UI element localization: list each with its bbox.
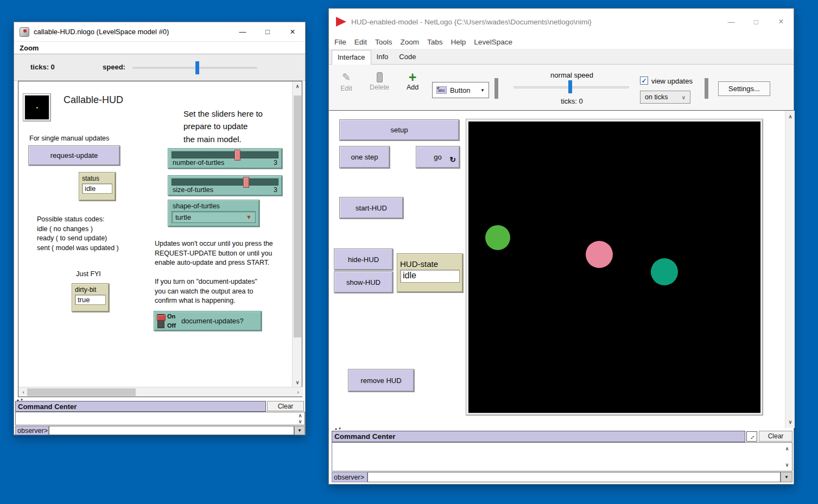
lw-horizontal-scrollbar[interactable]: ‹ › [18, 387, 303, 397]
go-button-label: go [434, 153, 441, 161]
rw-clear-button[interactable]: Clear [759, 431, 792, 442]
scroll-left-icon[interactable]: ‹ [20, 387, 27, 397]
scroll-up-icon[interactable]: ∧ [784, 446, 790, 451]
desktop: { "colors": { "desktop": "#0063B1", "acc… [0, 0, 818, 504]
switch-knob[interactable] [157, 315, 166, 321]
netlogo-logo-icon [336, 17, 346, 27]
expand-command-center-icon[interactable]: ↔ [746, 431, 757, 442]
scroll-down-icon[interactable]: ∨ [293, 379, 302, 386]
note-set-sliders: Set the sliders here to prepare to updat… [183, 107, 263, 145]
toolbar-separator [494, 78, 498, 99]
rw-vertical-scrollbar[interactable]: ∧ ∨ [785, 111, 795, 428]
switch-on-label: On [167, 314, 176, 320]
rw-tabstrip: Interface Info Code [329, 49, 794, 65]
note-status-codes: Possible status codes: idle ( no changes… [37, 215, 119, 253]
lw-speed-slider-handle[interactable] [195, 61, 199, 74]
note-updates-wont-occur: Updates won't occur until you press the … [155, 239, 273, 268]
number-of-turtles-handle[interactable] [234, 150, 240, 161]
pencil-icon: ✎ [342, 71, 351, 84]
speed-caption: normal speed [546, 71, 598, 79]
update-mode-dropdown[interactable]: on ticks ∨ [640, 91, 690, 104]
edit-tool[interactable]: ✎ Edit [335, 71, 357, 92]
rw-splitter-handle[interactable]: ▲▼ [334, 427, 342, 430]
mini-world-view [23, 93, 51, 122]
number-of-turtles-slider[interactable]: number-of-turtles 3 [168, 148, 282, 169]
remove-hud-button[interactable]: remove HUD [348, 369, 414, 392]
size-of-turtles-track[interactable] [172, 178, 278, 186]
rw-history-dropdown-icon[interactable]: ▼ [781, 472, 792, 482]
menu-zoom[interactable]: Zoom [20, 44, 39, 52]
mini-turtle-dot [36, 107, 38, 109]
lw-command-input[interactable] [49, 426, 294, 435]
shape-of-turtles-value: turtle [175, 213, 191, 221]
request-update-button[interactable]: request-update [28, 145, 120, 165]
start-hud-button[interactable]: start-HUD [339, 197, 403, 219]
menu-zoom[interactable]: Zoom [401, 38, 420, 46]
setup-button[interactable]: setup [339, 119, 459, 141]
lw-clear-button[interactable]: Clear [267, 401, 304, 411]
scroll-up-icon[interactable]: ∧ [785, 113, 795, 120]
lw-command-output[interactable]: ∧ ∨ [15, 412, 305, 425]
menu-help[interactable]: Help [451, 38, 466, 46]
number-of-turtles-track[interactable] [172, 151, 278, 158]
lw-vertical-scrollbar[interactable]: ∧ ∨ [292, 81, 302, 387]
lw-titlebar[interactable]: callable-HUD.nlogo (LevelSpace model #0)… [14, 22, 305, 42]
rw-titlebar[interactable]: HUD-enabled-model - NetLogo {C:\Users\wa… [329, 9, 794, 35]
delete-tool-label: Delete [370, 84, 389, 91]
tab-interface[interactable]: Interface [332, 50, 371, 65]
maximize-icon[interactable]: □ [255, 22, 280, 42]
world-view-frame [466, 119, 763, 416]
rw-command-input[interactable] [367, 472, 781, 482]
menu-edit[interactable]: Edit [354, 38, 367, 46]
update-mode-value: on ticks [645, 93, 668, 101]
scroll-up-icon[interactable]: ∧ [297, 413, 303, 418]
shape-of-turtles-value-box[interactable]: turtle ▼ [172, 211, 256, 223]
lw-history-dropdown-icon[interactable]: ▼ [294, 426, 305, 435]
scroll-down-icon[interactable]: ∨ [297, 419, 303, 424]
rw-command-output[interactable]: ∧ ∨ [332, 442, 792, 471]
rw-toolbar: ✎ Edit Delete + Add abc Button ▼ normal … [329, 65, 794, 111]
lw-hscroll-thumb[interactable] [27, 388, 136, 396]
delete-tool[interactable]: Delete [367, 72, 391, 91]
minimize-icon[interactable]: — [230, 22, 255, 42]
menu-tabs[interactable]: Tabs [427, 38, 443, 46]
scroll-down-icon[interactable]: ∨ [785, 418, 795, 426]
rw-window-title: HUD-enabled-model - NetLogo {C:\Users\wa… [351, 18, 592, 26]
chooser-dropdown-icon[interactable]: ▼ [246, 214, 252, 220]
rw-command-center-header[interactable]: Command Center [332, 431, 745, 442]
widget-type-dropdown[interactable]: abc Button ▼ [432, 82, 489, 98]
scroll-up-icon[interactable]: ∧ [293, 82, 302, 90]
lw-vscroll-thumb[interactable] [294, 95, 301, 337]
switch-toggle[interactable] [157, 314, 164, 328]
scroll-down-icon[interactable]: ∨ [784, 462, 790, 468]
hide-hud-button[interactable]: hide-HUD [334, 248, 393, 270]
chevron-down-icon: ∨ [682, 94, 686, 100]
show-hud-button[interactable]: show-HUD [334, 271, 393, 293]
lw-speed-slider-track[interactable] [132, 67, 257, 69]
lw-command-center-header[interactable]: Command Center [15, 401, 266, 412]
size-of-turtles-slider[interactable]: size-of-turtles 3 [168, 175, 282, 196]
minimize-icon[interactable]: — [719, 9, 744, 35]
menu-tools[interactable]: Tools [375, 38, 392, 46]
document-updates-switch[interactable]: On Off document-updates? [154, 311, 262, 331]
tab-code[interactable]: Code [394, 50, 421, 64]
lw-ticks-counter: ticks: 0 [30, 63, 55, 71]
menu-levelspace[interactable]: LevelSpace [474, 38, 512, 46]
close-icon[interactable]: × [769, 9, 794, 35]
rw-observer-prompt: observer> [332, 472, 367, 482]
view-updates-checkbox[interactable]: ✓ [640, 76, 648, 85]
one-step-button[interactable]: one step [339, 146, 390, 168]
go-button[interactable]: go ↻ [416, 146, 460, 168]
close-icon[interactable]: × [280, 22, 305, 42]
tab-info[interactable]: Info [371, 50, 394, 64]
shape-of-turtles-chooser[interactable]: shape-of-turtles turtle ▼ [168, 200, 259, 227]
maximize-icon[interactable]: □ [744, 9, 769, 35]
model-title: Callable-HUD [64, 94, 123, 106]
hud-state-label: HUD-state [400, 259, 460, 269]
scroll-right-icon[interactable]: › [294, 387, 302, 397]
add-tool[interactable]: + Add [402, 72, 423, 91]
rw-speed-slider-handle[interactable] [568, 80, 572, 93]
settings-button[interactable]: Settings... [718, 81, 770, 96]
menu-file[interactable]: File [334, 38, 346, 46]
size-of-turtles-handle[interactable] [243, 177, 249, 188]
